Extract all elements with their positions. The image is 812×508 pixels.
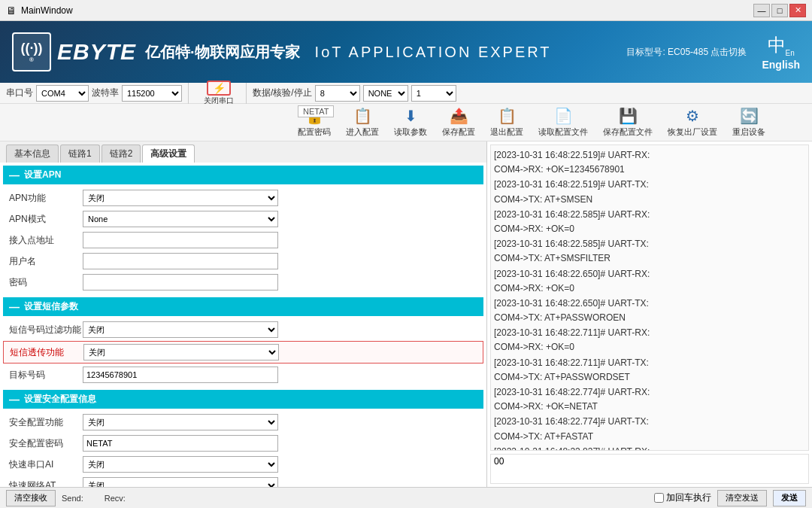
tabs: 基本信息 链路1 链路2 高级设置 [0, 141, 486, 163]
security-title: 设置安全配置信息 [24, 393, 96, 406]
log-entry-1: [2023-10-31 16:48:22.519]# UART-RX:COM4-… [494, 148, 805, 177]
apn-function-label: APN功能 [9, 192, 77, 205]
apn-function-select[interactable]: 关闭开启 [83, 190, 278, 206]
save-config-file-button[interactable]: 💾 保存配置文件 [597, 104, 659, 141]
subtitle-text: 亿佰特·物联网应用专家 [145, 42, 300, 62]
read-config-file-button[interactable]: 📄 读取配置文件 [532, 104, 594, 141]
reset-device-button[interactable]: 🔄 重启设备 [726, 104, 771, 141]
fast-serial-select[interactable]: 关闭开启 [83, 456, 278, 473]
recv-label: Recv: [105, 494, 126, 503]
add-cr-checkbox-label[interactable]: 加回车执行 [654, 491, 711, 504]
clear-recv-button[interactable]: 清空接收 [6, 490, 56, 506]
sms-title: 设置短信参数 [24, 300, 78, 313]
baud-label: 波特率 [92, 87, 119, 99]
sms-filter-row: 短信号码过滤功能 关闭开启 [3, 319, 483, 340]
right-panel: [2023-10-31 16:48:22.519]# UART-RX:COM4-… [487, 141, 812, 487]
header: ((·)) ® EBYTE 亿佰特·物联网应用专家 IoT APPLICATIO… [0, 21, 812, 83]
config-password-label: 配置密码 [298, 126, 331, 138]
log-entry-4: [2023-10-31 16:48:22.585]# UART-TX:COM4-… [494, 237, 805, 266]
tab-link1[interactable]: 链路1 [60, 144, 100, 163]
restore-factory-icon: ⚙ [686, 107, 699, 125]
enter-config-label: 进入配置 [346, 126, 379, 138]
log-input-area[interactable]: 00 [490, 454, 809, 484]
subtitle: 亿佰特·物联网应用专家 [145, 42, 300, 62]
sms-passthrough-row: 短信透传功能 关闭开启 [3, 341, 483, 364]
security-password-row: 安全配置密码 [3, 433, 483, 454]
bottom-bar: 清空接收 Send: Recv: 加回车执行 清空发送 发送 [0, 487, 812, 508]
brand-name: EBYTE [57, 39, 136, 65]
tab-link2[interactable]: 链路2 [102, 144, 141, 163]
security-section-header: — 设置安全配置信息 [3, 390, 483, 409]
fast-serial-label: 快速串口AI [9, 458, 77, 471]
apn-address-label: 接入点地址 [9, 234, 77, 247]
security-func-label: 安全配置功能 [9, 416, 77, 429]
apn-function-row: APN功能 关闭开启 [3, 187, 483, 208]
clear-send-button[interactable]: 清空发送 [717, 490, 767, 506]
sms-target-row: 目标号码 [3, 364, 483, 385]
target-model[interactable]: 目标型号: EC05-485 点击切换 [626, 46, 747, 59]
target-model-label: 目标型号: EC05-485 点击切换 [626, 46, 747, 59]
apn-address-row: 接入点地址 [3, 230, 483, 251]
title-bar: 🖥 MainWindow — □ ✕ [0, 0, 812, 21]
apn-password-label: 密码 [9, 276, 77, 289]
sms-filter-label: 短信号码过滤功能 [9, 324, 77, 336]
sms-passthrough-select[interactable]: 关闭开启 [83, 344, 279, 360]
log-entry-5: [2023-10-31 16:48:22.650]# UART-RX:COM4-… [494, 267, 805, 296]
add-cr-checkbox[interactable] [654, 493, 664, 503]
apn-mode-label: APN模式 [9, 213, 77, 226]
reset-device-label: 重启设备 [732, 126, 765, 138]
save-config-file-icon: 💾 [619, 107, 638, 125]
app-icon: 🖥 [6, 5, 17, 17]
close-button[interactable]: ✕ [789, 4, 806, 17]
language-button[interactable]: 中En English [762, 33, 800, 71]
title-bar-left: 🖥 MainWindow [6, 5, 73, 17]
fast-serial-row: 快速串口AI 关闭开启 [3, 454, 483, 475]
exit-config-icon: 📋 [498, 107, 517, 125]
enter-config-button[interactable]: 📋 进入配置 [340, 104, 385, 141]
parity-select[interactable]: NONEODDEVEN [363, 85, 408, 102]
save-config-label: 保存配置 [442, 126, 475, 138]
apn-username-input[interactable] [83, 253, 278, 269]
baud-select[interactable]: 1152009600192003840057600 [122, 85, 182, 102]
read-params-button[interactable]: ⬇ 读取参数 [388, 104, 433, 141]
save-config-button[interactable]: 📤 保存配置 [436, 104, 481, 141]
logo-text: EBYTE [57, 39, 136, 65]
log-area: [2023-10-31 16:48:22.519]# UART-RX:COM4-… [490, 144, 809, 451]
logo-icon: ((·)) ® [12, 32, 51, 71]
apn-section: — 设置APN APN功能 关闭开启 APN模式 NonePAPCHAP 接 [3, 166, 483, 293]
security-password-input[interactable] [83, 435, 278, 452]
sms-target-input[interactable] [83, 367, 278, 383]
fast-network-select[interactable]: 关闭开启 [83, 477, 278, 487]
title-bar-controls: — □ ✕ [753, 4, 806, 17]
maximize-button[interactable]: □ [771, 4, 788, 17]
databits-select[interactable]: 87 [315, 85, 360, 102]
log-entry-2: [2023-10-31 16:48:22.519]# UART-TX:COM4-… [494, 178, 805, 206]
tab-advanced[interactable]: 高级设置 [142, 144, 195, 163]
minimize-button[interactable]: — [753, 4, 770, 17]
tab-basic-info[interactable]: 基本信息 [6, 144, 59, 163]
apn-username-label: 用户名 [9, 255, 77, 268]
sms-passthrough-label: 短信透传功能 [10, 346, 77, 359]
header-right: 目标型号: EC05-485 点击切换 中En English [626, 33, 800, 71]
log-entry-11: [2023-10-31 16:48:22.837]# UART-RX:COM4-… [494, 445, 805, 451]
exit-config-button[interactable]: 📋 退出配置 [484, 104, 529, 141]
reset-device-icon: 🔄 [740, 107, 759, 125]
restore-factory-button[interactable]: ⚙ 恢复出厂设置 [662, 104, 723, 141]
app-title: MainWindow [21, 5, 73, 16]
port-select[interactable]: COM4COM1COM2COM3 [36, 85, 89, 102]
enter-config-icon: 📋 [353, 107, 372, 125]
send-label: Send: [62, 494, 83, 503]
security-password-label: 安全配置密码 [9, 437, 77, 450]
security-func-row: 安全配置功能 关闭开启 [3, 412, 483, 433]
apn-title: 设置APN [24, 169, 61, 181]
stopbits-select[interactable]: 12 [411, 85, 456, 102]
apn-password-input[interactable] [83, 274, 278, 291]
apn-address-input[interactable] [83, 232, 278, 248]
apn-section-header: — 设置APN [3, 166, 483, 184]
apn-username-row: 用户名 [3, 251, 483, 272]
send-button[interactable]: 发送 [773, 490, 806, 506]
apn-mode-select[interactable]: NonePAPCHAP [83, 211, 278, 227]
sms-filter-select[interactable]: 关闭开启 [83, 321, 278, 338]
security-func-select[interactable]: 关闭开启 [83, 414, 278, 430]
toolbar-row1: 串口号 COM4COM1COM2COM3 波特率 115200960019200… [0, 83, 812, 104]
